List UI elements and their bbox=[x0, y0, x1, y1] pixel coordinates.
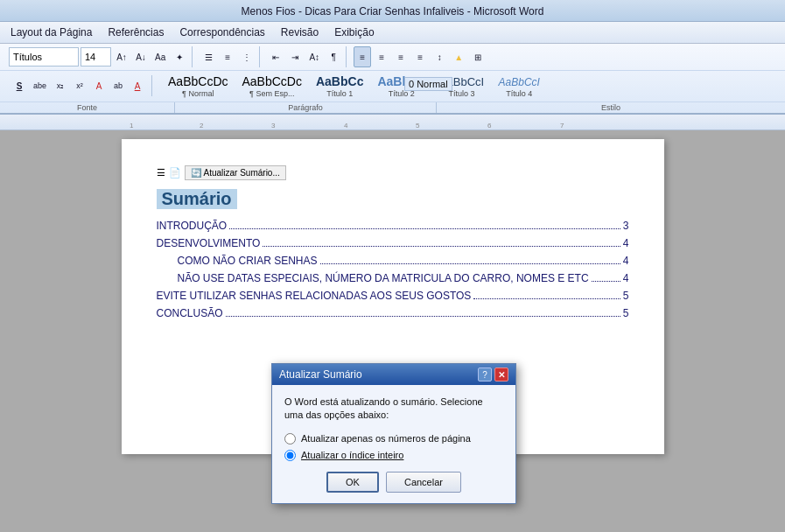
font-color-btn[interactable]: A bbox=[90, 75, 108, 96]
normal-style-text: 0 Normal bbox=[409, 79, 448, 89]
font-shrink-btn[interactable]: A↓ bbox=[132, 46, 150, 67]
style-normal-label: ¶ Normal bbox=[182, 89, 214, 98]
toc-page: 4 bbox=[623, 272, 629, 284]
normal-style-overlay: 0 Normal bbox=[404, 77, 452, 91]
font-case-btn[interactable]: Aa bbox=[151, 46, 169, 67]
align-left-btn[interactable]: ≡ bbox=[354, 46, 371, 67]
dialog-help-btn[interactable]: ? bbox=[478, 368, 492, 382]
dialog-body: O Word está atualizando o sumário. Selec… bbox=[272, 385, 515, 503]
ribbon-row2: S abe x₂ x² A ab A AaBbCcDc ¶ Normal AaB… bbox=[0, 71, 785, 102]
style-normal[interactable]: AaBbCcDc ¶ Normal bbox=[163, 73, 233, 100]
align-center-btn[interactable]: ≡ bbox=[373, 46, 390, 67]
toc-entry-desenvolvimento[interactable]: DESENVOLVIMENTO 4 bbox=[157, 237, 629, 249]
font-format-group: S abe x₂ x² A ab A bbox=[5, 75, 152, 96]
radio-page-numbers[interactable]: Atualizar apenas os números de página bbox=[284, 433, 503, 444]
font-group: A↑ A↓ Aa ✦ bbox=[5, 46, 193, 67]
bold-btn[interactable]: S bbox=[11, 75, 28, 96]
clear-format-btn[interactable]: ✦ bbox=[171, 46, 188, 67]
radio-page-numbers-input[interactable] bbox=[284, 433, 296, 444]
radio-page-numbers-label: Atualizar apenas os números de página bbox=[301, 433, 471, 444]
toc-icon2: 📄 bbox=[169, 167, 181, 178]
toc-entry-como-nao[interactable]: COMO NÃO CRIAR SENHAS 4 bbox=[157, 255, 629, 267]
increase-indent-btn[interactable]: ⇥ bbox=[286, 46, 304, 67]
ribbon-row1: A↑ A↓ Aa ✦ ☰ ≡ ⋮ ⇤ ⇥ A↕ ¶ ≡ ≡ ≡ ≡ ↕ ▲ ⊞ bbox=[0, 44, 785, 71]
align-right-btn[interactable]: ≡ bbox=[392, 46, 410, 67]
style-normal-preview: AaBbCcDc bbox=[168, 74, 228, 89]
cancel-button[interactable]: Cancelar bbox=[386, 472, 461, 493]
style-titulo1-preview: AaBbCc bbox=[316, 74, 363, 89]
dialog-title-bar: Atualizar Sumário ? ✕ bbox=[272, 364, 515, 385]
sort-btn[interactable]: A↕ bbox=[305, 46, 323, 67]
style-sem-esp[interactable]: AaBbCcDc ¶ Sem Esp... bbox=[237, 73, 307, 100]
toc-text: DESENVOLVIMENTO bbox=[157, 237, 261, 249]
radio-full-index-input[interactable] bbox=[284, 450, 296, 461]
style-titulo4[interactable]: AaBbCcI Título 4 bbox=[493, 74, 545, 99]
toc-toolbar: ☰ 📄 🔄 Atualizar Sumário... bbox=[157, 165, 629, 180]
estilo-label: Estilo bbox=[437, 102, 785, 113]
toc-text: NÃO USE DATAS ESPECIAIS, NÚMERO DA MATRI… bbox=[178, 272, 589, 284]
toc-page: 5 bbox=[623, 307, 629, 319]
align-group: ≡ ≡ ≡ ≡ ↕ ▲ ⊞ bbox=[350, 46, 490, 67]
toc-refresh-icon: 🔄 bbox=[191, 168, 201, 178]
menu-referencias[interactable]: Referências bbox=[101, 24, 171, 41]
dialog-buttons: OK Cancelar bbox=[284, 472, 503, 493]
radio-full-index[interactable]: Atualizar o índice inteiro bbox=[284, 450, 503, 461]
justify-btn[interactable]: ≡ bbox=[411, 46, 429, 67]
highlight-btn[interactable]: ab bbox=[109, 75, 127, 96]
toc-dots bbox=[263, 246, 620, 247]
superscript-btn[interactable]: x² bbox=[71, 75, 88, 96]
toc-page: 3 bbox=[623, 220, 629, 232]
borders-btn[interactable]: ⊞ bbox=[469, 46, 487, 67]
decrease-indent-btn[interactable]: ⇤ bbox=[267, 46, 284, 67]
title-bar: Menos Fios - Dicas Para Criar Senhas Inf… bbox=[0, 0, 785, 22]
shading-btn[interactable]: ▲ bbox=[450, 46, 467, 67]
font-name-input[interactable] bbox=[9, 47, 79, 66]
font-size-input[interactable] bbox=[81, 47, 111, 66]
dialog-close-btn[interactable]: ✕ bbox=[494, 368, 508, 382]
ribbon-section-labels: Fonte Parágrafo Estilo bbox=[0, 102, 785, 113]
font-grow-btn[interactable]: A↑ bbox=[113, 46, 130, 67]
toc-entry-introducao[interactable]: INTRODUÇÃO 3 bbox=[157, 220, 629, 232]
font-color2-btn[interactable]: A bbox=[129, 75, 146, 96]
style-titulo4-preview: AaBbCcI bbox=[499, 76, 540, 88]
toc-entry-nao-use[interactable]: NÃO USE DATAS ESPECIAIS, NÚMERO DA MATRI… bbox=[157, 272, 629, 284]
bullet-list-btn[interactable]: ☰ bbox=[200, 46, 217, 67]
toc-title: Sumário bbox=[157, 189, 237, 209]
update-toc-dialog: Atualizar Sumário ? ✕ O Word está atuali… bbox=[271, 363, 516, 504]
styles-group: AaBbCcDc ¶ Normal AaBbCcDc ¶ Sem Esp... … bbox=[158, 73, 550, 100]
menu-correspondencias[interactable]: Correspondências bbox=[172, 24, 271, 41]
toc-entry-conclusao[interactable]: CONCLUSÃO 5 bbox=[157, 307, 629, 319]
menu-bar: Layout da Página Referências Correspondê… bbox=[0, 22, 785, 44]
toc-entries: INTRODUÇÃO 3 DESENVOLVIMENTO 4 COMO NÃO … bbox=[157, 220, 629, 319]
toc-icon1: ☰ bbox=[157, 167, 165, 178]
strikethrough-btn[interactable]: abe bbox=[30, 75, 50, 96]
toc-page: 4 bbox=[623, 255, 629, 267]
toc-page: 4 bbox=[623, 237, 629, 249]
fonte-label: Fonte bbox=[0, 102, 175, 113]
update-toc-label: Atualizar Sumário... bbox=[204, 168, 280, 178]
update-toc-btn[interactable]: 🔄 Atualizar Sumário... bbox=[185, 165, 286, 180]
radio-full-index-label: Atualizar o índice inteiro bbox=[301, 450, 403, 460]
style-titulo1[interactable]: AaBbCc Título 1 bbox=[311, 73, 368, 100]
toc-dots bbox=[320, 263, 620, 264]
style-titulo1-label: Título 1 bbox=[326, 89, 353, 98]
menu-layout[interactable]: Layout da Página bbox=[4, 24, 99, 41]
toc-text: CONCLUSÃO bbox=[157, 307, 223, 319]
menu-revisao[interactable]: Revisão bbox=[274, 24, 326, 41]
dialog-message: O Word está atualizando o sumário. Selec… bbox=[284, 396, 503, 423]
menu-exibicao[interactable]: Exibição bbox=[327, 24, 381, 41]
ruler: 1 2 3 4 5 6 7 bbox=[0, 115, 785, 130]
indent-group: ⇤ ⇥ A↕ ¶ bbox=[263, 46, 347, 67]
toc-entry-evite[interactable]: EVITE UTILIZAR SENHAS RELACIONADAS AOS S… bbox=[157, 290, 629, 302]
toc-dots bbox=[229, 228, 620, 229]
numbered-list-btn[interactable]: ≡ bbox=[219, 46, 236, 67]
line-spacing-btn[interactable]: ↕ bbox=[431, 46, 448, 67]
ok-button[interactable]: OK bbox=[326, 472, 379, 493]
style-titulo4-label: Título 4 bbox=[506, 89, 532, 98]
style-titulo3-label: Título 3 bbox=[449, 89, 475, 98]
multilevel-list-btn[interactable]: ⋮ bbox=[238, 46, 256, 67]
show-marks-btn[interactable]: ¶ bbox=[325, 46, 342, 67]
toc-text: COMO NÃO CRIAR SENHAS bbox=[178, 255, 318, 267]
toc-text: INTRODUÇÃO bbox=[157, 220, 228, 232]
subscript-btn[interactable]: x₂ bbox=[52, 75, 69, 96]
